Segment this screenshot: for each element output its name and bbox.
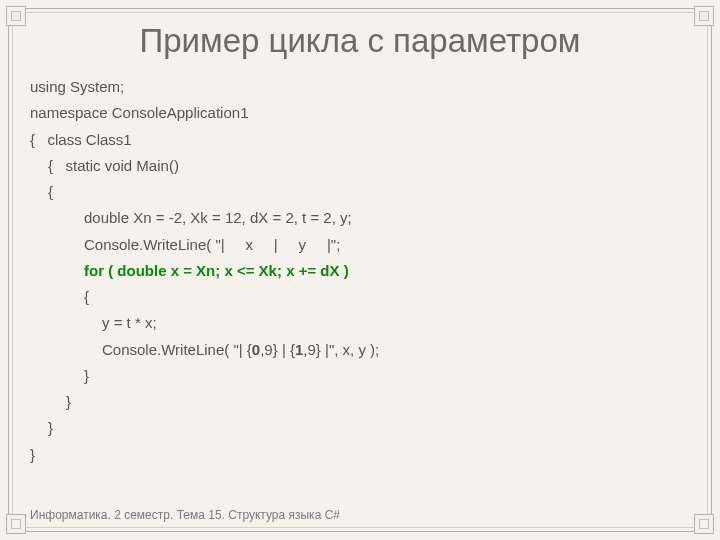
corner-ornament (694, 6, 714, 26)
code-line: { class Class1 (30, 127, 690, 153)
code-line: namespace ConsoleApplication1 (30, 100, 690, 126)
code-for-line: for ( double x = Xn; x <= Xk; x += dX ) (30, 258, 690, 284)
slide-content: Пример цикла с параметром using System; … (30, 22, 690, 468)
code-line: Console.WriteLine( "| x | y |"; (30, 232, 690, 258)
code-line: { (30, 179, 690, 205)
corner-ornament (694, 514, 714, 534)
code-line: { static void Main() (30, 153, 690, 179)
code-line: } (30, 389, 690, 415)
code-line: } (30, 442, 690, 468)
code-line: } (30, 363, 690, 389)
code-line: } (30, 415, 690, 441)
code-line: y = t * x; (30, 310, 690, 336)
code-line: Console.WriteLine( "| {0,9} | {1,9} |", … (30, 337, 690, 363)
corner-ornament (6, 6, 26, 26)
slide-footer: Информатика. 2 семестр. Тема 15. Структу… (30, 508, 340, 522)
code-line: double Xn = -2, Xk = 12, dX = 2, t = 2, … (30, 205, 690, 231)
code-block: using System; namespace ConsoleApplicati… (30, 74, 690, 468)
corner-ornament (6, 514, 26, 534)
slide-title: Пример цикла с параметром (30, 22, 690, 60)
code-line: using System; (30, 74, 690, 100)
code-line: { (30, 284, 690, 310)
